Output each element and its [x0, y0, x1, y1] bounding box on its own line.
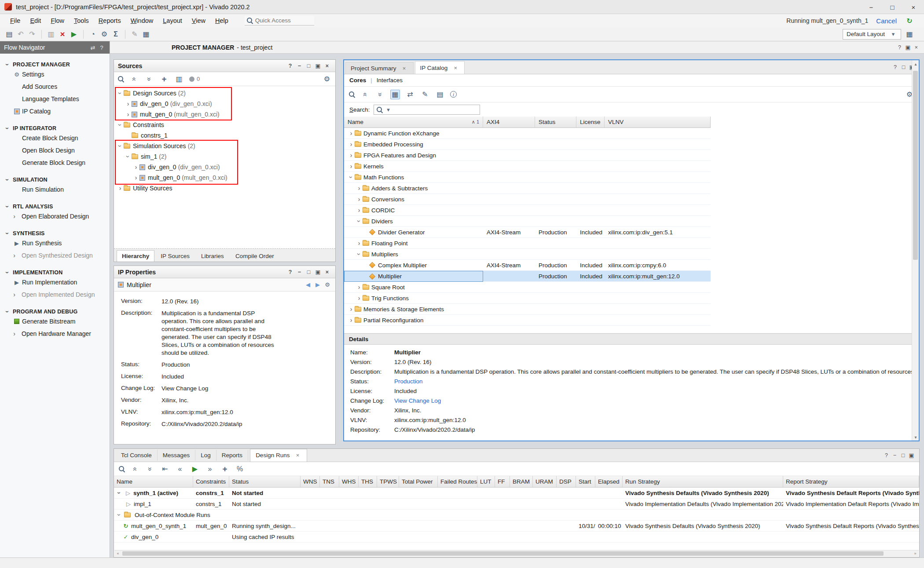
collapse-icon[interactable] [4, 269, 11, 276]
settings-gear-icon[interactable] [323, 281, 331, 289]
tab-reports[interactable]: Reports [216, 450, 248, 461]
catalog-category-row[interactable]: FPGA Features and Design [344, 150, 711, 161]
report-icon[interactable] [88, 29, 98, 39]
menu-window[interactable]: Window [126, 15, 158, 26]
expander-icon[interactable] [125, 153, 132, 160]
help-icon[interactable] [286, 62, 294, 70]
expand-all-icon[interactable] [144, 74, 154, 84]
menu-layout[interactable]: Layout [158, 15, 187, 26]
delete-icon[interactable] [58, 29, 67, 39]
catalog-category-row[interactable]: Conversions [344, 194, 711, 205]
subtab-interfaces[interactable]: Interfaces [377, 77, 403, 84]
scroll-left-icon[interactable] [114, 550, 121, 557]
cancel-run-link[interactable]: Cancel [876, 17, 897, 25]
runs-table-header[interactable]: NameConstraintsStatusWNSTNSWHSTHSTPWSTot… [114, 476, 919, 488]
minimize-panel-icon[interactable] [295, 268, 304, 276]
catalog-category-row[interactable]: Floating Point [344, 238, 711, 249]
detail-status-link[interactable]: Production [394, 378, 423, 385]
collapse-icon[interactable] [4, 203, 11, 210]
menu-flow[interactable]: Flow [46, 15, 69, 26]
close-icon[interactable] [912, 43, 920, 51]
run-row-out-of-context-group[interactable]: Out-of-Context Module Runs [114, 510, 919, 521]
catalog-category-row[interactable]: CORDIC [344, 205, 711, 216]
view-change-log-link[interactable]: View Change Log [161, 385, 277, 393]
tree-item-constrs-1[interactable]: constrs_1 [114, 130, 335, 141]
menu-view[interactable]: View [187, 15, 210, 26]
expander-icon[interactable] [117, 90, 124, 97]
flownav-item-settings[interactable]: Settings [0, 68, 110, 80]
expander-icon[interactable] [356, 295, 363, 302]
catalog-category-row[interactable]: Kernels [344, 161, 711, 172]
expand-all-icon[interactable] [145, 464, 155, 474]
expander-icon[interactable] [117, 121, 124, 128]
menu-reports[interactable]: Reports [94, 15, 126, 26]
reset-runs-icon[interactable] [160, 464, 170, 474]
taxonomy-view-icon[interactable] [390, 90, 400, 99]
redo-icon[interactable] [27, 29, 37, 39]
flownav-section-program-and-debug[interactable]: PROGRAM AND DEBUG [0, 308, 110, 315]
maximize-panel-icon[interactable] [899, 451, 907, 459]
license-icon[interactable] [435, 90, 445, 99]
catalog-table-header[interactable]: Name1 AXI4 Status License VLNV [344, 117, 711, 128]
expander-icon[interactable] [348, 130, 355, 137]
catalog-category-row[interactable]: Multipliers [344, 249, 711, 260]
close-button[interactable] [903, 0, 924, 14]
maximize-panel-icon[interactable] [304, 62, 313, 70]
scrollbar-thumb[interactable] [913, 71, 918, 260]
help-icon[interactable] [882, 451, 891, 459]
expander-icon[interactable] [117, 185, 124, 192]
float-icon[interactable] [904, 43, 912, 51]
run-row-div-gen-0[interactable]: div_gen_0 Using cached IP results [114, 532, 919, 543]
expander-icon[interactable] [116, 489, 123, 496]
flownav-section-synthesis[interactable]: SYNTHESIS [0, 230, 110, 237]
tree-item-sim-1[interactable]: sim_1 (2) [114, 151, 335, 162]
catalog-category-row[interactable]: Square Root [344, 282, 711, 293]
tab-project-summary[interactable]: Project Summary [345, 62, 414, 74]
settings-gear-icon[interactable] [322, 74, 332, 84]
scrollbar-thumb[interactable] [122, 551, 884, 556]
tree-item-sim-div-gen-0[interactable]: div_gen_0 (div_gen_0.xci) [114, 162, 335, 172]
catalog-category-row[interactable]: Dividers [344, 216, 711, 227]
flownav-item-run-implementation[interactable]: Run Implementation [0, 276, 110, 288]
collapse-all-icon[interactable] [360, 90, 370, 99]
back-icon[interactable] [304, 281, 312, 289]
catalog-category-row[interactable]: Memories & Storage Elements [344, 304, 711, 315]
flownav-item-add-sources[interactable]: Add Sources [0, 80, 110, 93]
run-row-synth-1[interactable]: synth_1 (active) constrs_1 Not started V… [114, 488, 919, 499]
step-back-icon[interactable] [175, 464, 185, 474]
expander-icon[interactable] [125, 111, 132, 118]
expander-icon[interactable] [348, 152, 355, 159]
tree-item-mult-gen-0[interactable]: mult_gen_0 (mult_gen_0.xci) [114, 109, 335, 120]
flownav-item-generate-bitstream[interactable]: Generate Bitstream [0, 315, 110, 328]
collapse-all-icon[interactable] [130, 464, 140, 474]
edit-icon[interactable] [130, 29, 139, 39]
run-icon[interactable] [69, 29, 79, 39]
flownav-section-project-manager[interactable]: PROJECT MANAGER [0, 61, 110, 68]
flownav-item-open-elaborated-design[interactable]: Open Elaborated Design [0, 210, 110, 222]
close-tab-icon[interactable] [451, 64, 459, 72]
relative-units-icon[interactable] [235, 464, 245, 474]
expander-icon[interactable] [356, 240, 363, 247]
expander-icon[interactable] [348, 174, 355, 181]
add-sources-icon[interactable] [159, 74, 169, 84]
close-panel-icon[interactable] [323, 62, 331, 70]
close-panel-icon[interactable] [323, 268, 331, 276]
catalog-category-row[interactable]: Partial Reconfiguration [344, 315, 711, 326]
tree-item-simulation-sources[interactable]: Simulation Sources (2) [114, 141, 335, 151]
help-icon[interactable] [895, 43, 904, 51]
expander-icon[interactable] [348, 306, 355, 313]
help-icon[interactable] [286, 268, 294, 276]
expander-icon[interactable] [356, 196, 363, 203]
flownav-item-run-simulation[interactable]: Run Simulation [0, 183, 110, 196]
expander-icon[interactable] [125, 100, 132, 107]
expander-icon[interactable] [356, 207, 363, 214]
flownav-item-open-hardware-manager[interactable]: Open Hardware Manager [0, 328, 110, 340]
flownav-item-language-templates[interactable]: Language Templates [0, 93, 110, 105]
maximize-panel-icon[interactable] [899, 63, 908, 71]
search-icon[interactable] [348, 91, 355, 98]
catalog-ip-row-complex-multiplier[interactable]: Complex MultiplierAXI4-StreamProductionI… [344, 260, 711, 271]
tree-item-utility-sources[interactable]: Utility Sources [114, 183, 335, 193]
scroll-right-icon[interactable] [912, 550, 919, 557]
collapse-icon[interactable] [4, 230, 11, 237]
help-icon[interactable] [891, 63, 899, 71]
